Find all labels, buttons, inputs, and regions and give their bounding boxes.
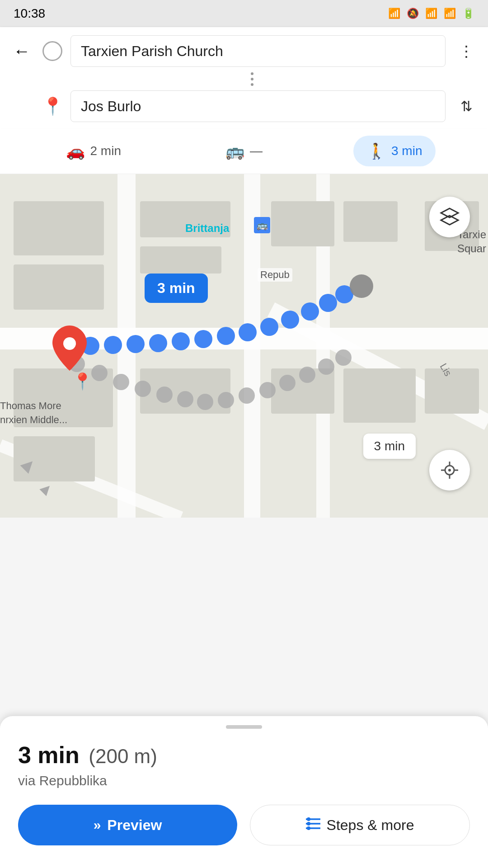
preview-button[interactable]: » Preview: [18, 805, 237, 845]
origin-dot-icon: [42, 41, 62, 61]
bluetooth-icon: 📶: [388, 8, 400, 19]
svg-point-23: [135, 381, 151, 397]
svg-text:🚌: 🚌: [257, 220, 268, 231]
search-header: ← Tarxien Parish Church ⋮ 📍 Jos Burlo ⇅: [0, 27, 488, 128]
route-summary: 3 min (200 m): [18, 741, 470, 769]
route-time-text: 3 min: [18, 742, 80, 768]
origin-input[interactable]: Tarxien Parish Church: [70, 35, 446, 67]
bus-duration: —: [250, 144, 263, 158]
svg-point-42: [260, 318, 278, 336]
svg-rect-18: [425, 368, 479, 414]
svg-point-57: [448, 469, 451, 472]
svg-point-67: [307, 826, 310, 830]
svg-rect-8: [14, 264, 104, 310]
svg-point-25: [177, 391, 193, 407]
steps-label: Steps & more: [327, 817, 414, 834]
svg-point-30: [279, 375, 296, 391]
destination-pin-icon: 📍: [42, 96, 62, 116]
svg-point-49: [63, 337, 76, 350]
origin-text: Tarxien Parish Church: [81, 43, 223, 60]
route-via-text: via Repubblika: [18, 773, 470, 788]
svg-point-43: [281, 311, 299, 329]
walk-duration: 3 min: [391, 144, 422, 158]
dot3: [251, 83, 253, 86]
status-icons: 📶 🔕 📶 📶 🔋: [388, 8, 474, 19]
map-svg: 🚌 ▶ ▶: [0, 174, 488, 518]
map-layer-button[interactable]: [429, 197, 470, 237]
wifi-icon: 📶: [425, 8, 437, 19]
bus-icon: 🚌: [225, 142, 244, 160]
route-time-bubble: 3 min: [145, 274, 208, 303]
svg-rect-15: [343, 201, 398, 242]
svg-point-28: [239, 387, 255, 404]
origin-row: ← Tarxien Parish Church ⋮: [9, 35, 479, 67]
battery-icon: 🔋: [462, 8, 474, 19]
more-button[interactable]: ⋮: [454, 38, 479, 64]
bottom-panel: 3 min (200 m) via Repubblika » Preview S…: [0, 716, 488, 868]
transport-tabs: 🚗 2 min 🚌 — 🚶 3 min: [0, 128, 488, 174]
map-label-thomas: Thomas Morenrxien Middle...: [0, 399, 67, 427]
svg-point-45: [319, 294, 337, 312]
svg-point-32: [318, 359, 334, 375]
svg-point-31: [299, 367, 315, 383]
car-tab[interactable]: 🚗 2 min: [52, 136, 135, 166]
back-arrow-icon: ←: [13, 42, 30, 61]
svg-point-22: [113, 374, 129, 390]
svg-point-36: [127, 335, 145, 353]
action-buttons: » Preview Steps & more: [18, 805, 470, 845]
more-icon: ⋮: [459, 42, 474, 60]
svg-point-27: [218, 392, 234, 408]
svg-point-21: [91, 365, 108, 381]
mute-icon: 🔕: [407, 8, 419, 19]
thomas-more-pin-icon: 📍: [72, 372, 93, 391]
route-dots: [9, 72, 479, 86]
map-label-brittanja: Brittanja: [185, 222, 229, 235]
steps-more-button[interactable]: Steps & more: [250, 805, 470, 845]
destination-input[interactable]: Jos Burlo: [70, 90, 446, 122]
svg-point-44: [301, 302, 319, 321]
svg-point-66: [307, 822, 310, 826]
svg-point-40: [217, 327, 235, 345]
svg-point-39: [194, 330, 212, 348]
car-duration: 2 min: [90, 144, 121, 158]
svg-point-38: [172, 332, 190, 350]
swap-button[interactable]: ⇅: [454, 94, 479, 119]
preview-chevrons-icon: »: [94, 817, 101, 833]
svg-point-29: [259, 382, 276, 398]
layers-icon: [439, 207, 460, 227]
my-location-button[interactable]: [429, 450, 470, 491]
svg-point-37: [149, 334, 167, 352]
location-icon: [439, 460, 460, 481]
svg-point-47: [350, 274, 373, 298]
svg-rect-17: [343, 368, 416, 423]
svg-point-24: [156, 387, 173, 403]
svg-point-65: [307, 817, 310, 821]
swap-icon: ⇅: [460, 98, 473, 115]
signal-icon: 📶: [444, 8, 456, 19]
svg-point-35: [104, 336, 122, 354]
status-bar: 10:38 📶 🔕 📶 📶 🔋: [0, 0, 488, 27]
steps-lines-icon: [306, 817, 320, 833]
dot1: [251, 72, 253, 75]
svg-rect-14: [271, 201, 334, 246]
bus-tab[interactable]: 🚌 —: [212, 136, 276, 166]
destination-text: Jos Burlo: [81, 98, 141, 115]
map-label-repub: Repub: [258, 268, 292, 282]
route-time-label: 3 min: [363, 434, 416, 459]
svg-point-33: [335, 349, 352, 366]
car-icon: 🚗: [66, 142, 85, 160]
svg-rect-7: [14, 201, 104, 255]
walk-tab[interactable]: 🚶 3 min: [353, 136, 436, 166]
walk-icon: 🚶: [367, 142, 386, 160]
dot2: [251, 78, 253, 80]
svg-rect-12: [140, 246, 221, 274]
destination-row: 📍 Jos Burlo ⇅: [9, 90, 479, 122]
svg-point-41: [239, 323, 257, 341]
back-button[interactable]: ←: [9, 38, 34, 64]
bottom-handle: [226, 725, 262, 729]
status-time: 10:38: [14, 6, 45, 21]
route-distance-text: (200 m): [89, 745, 157, 767]
svg-point-26: [197, 394, 213, 410]
map-area[interactable]: 🚌 ▶ ▶ Brittanja TarxieSquar Thomas Moren…: [0, 174, 488, 518]
preview-label: Preview: [107, 817, 162, 834]
